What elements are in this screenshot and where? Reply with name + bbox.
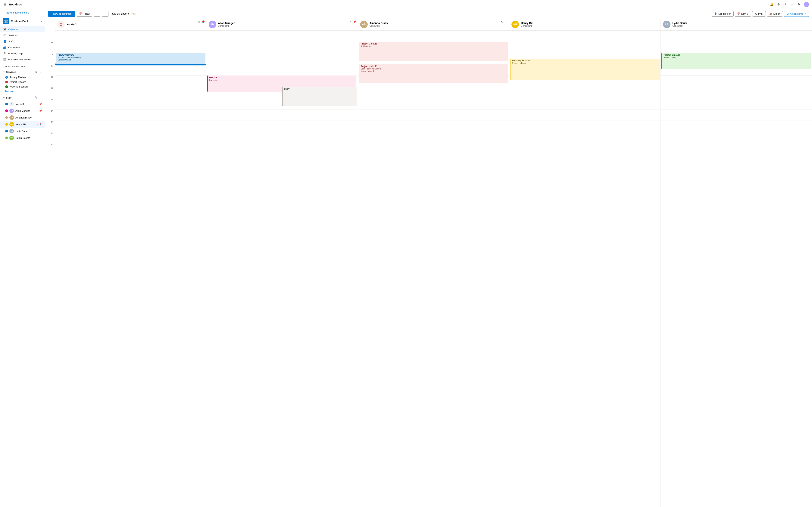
working-session-check: ✓ [5,86,8,88]
no-staff-pin-icon[interactable]: 📌 [39,103,42,105]
staff-item-no-staff[interactable]: ⊗ No staff 📌 [0,101,45,107]
emoji-icon[interactable]: ☺ [790,3,794,6]
action-items-button[interactable]: ☑ Action items ✓ [784,11,809,17]
services-more-icon[interactable]: ··· [39,70,42,74]
allan-munger-pin-icon[interactable]: 📌 [39,109,42,112]
hr-hb-8 [509,42,660,53]
event-project-closure-ab[interactable]: Project Closure Katri Ahokas [359,42,508,61]
lydia-bauer-avatar: LB [9,129,14,133]
allan-munger-pin-button[interactable]: 📌 [353,20,356,23]
lydia-bauer-header-role: Consultant [672,24,688,27]
event-project-kickoff-ab[interactable]: Project Kickoff Conf Room Yelahanka Care… [359,64,508,83]
event-project-closure-lb[interactable]: Project Closure Albert Dudley [661,53,811,69]
henry-bill-more-icon[interactable]: ··· [37,123,38,126]
waffle-icon[interactable]: ⊞ [3,3,7,6]
sidebar-item-customers[interactable]: 👥 Customers [0,44,45,50]
time-cell-11: 11 [45,76,55,87]
amanda-brady-check [5,116,8,119]
allan-munger-label: Allan Munger [15,109,38,112]
col-body-lydia-bauer: Project Closure Albert Dudley [661,31,812,507]
col-body-no-staff: Privacy Review Microsoft Teams Meeting C… [55,31,206,507]
no-staff-label: No staff [15,103,38,106]
day-view-button[interactable]: 📅 Day ∨ [735,11,751,16]
staff-item-allan-munger[interactable]: AM Allan Munger 📌 [0,107,45,114]
services-filter-actions: 🔍 ··· [34,70,42,74]
hr-lb-14 [661,109,812,121]
amanda-brady-close-button[interactable]: ✕ [501,20,503,23]
henry-bill-avatar: HB [9,122,14,126]
booking-page-nav-icon: 🖥 [3,52,6,55]
staff-search-icon[interactable]: 🔍 [34,96,38,100]
sidebar-item-booking-page[interactable]: 🖥 Booking page [0,50,45,56]
prev-arrow-button[interactable]: ← [94,11,100,16]
weather-icon[interactable]: ⛅ [132,12,136,16]
event-project-kickoff-ab-title: Project Kickoff [361,65,507,68]
new-appointment-button[interactable]: + New appointment [48,11,75,17]
staff-item-lydia-bauer[interactable]: LB Lydia Bauer [0,128,45,134]
allan-munger-close-button[interactable]: ✕ [349,20,352,23]
staff-chevron-down-icon: ▼ [3,97,5,99]
event-busy-am[interactable]: Busy [282,87,357,106]
export-icon: 📤 [769,12,772,15]
flag-icon[interactable]: ⚑ [797,3,801,6]
staff-nav-icon: 👤 [3,40,6,43]
next-arrow-button[interactable]: → [102,11,108,16]
filter-item-project-closure[interactable]: ✓ Project Closure [0,79,45,84]
event-privacy-review-sub2: Carole Poland [58,59,204,61]
services-search-icon[interactable]: 🔍 [34,70,38,74]
no-staff-close-button[interactable]: ✕ [198,20,200,23]
event-working-session-am-title: Workin... [209,76,355,79]
hr-am-15 [206,121,358,132]
event-busy-am-title: Busy [284,88,356,90]
filter-item-working-session[interactable]: ✓ Working Session [0,84,45,89]
services-filter-header[interactable]: ▼ Services 🔍 ··· [0,69,45,75]
sidebar-item-business-info[interactable]: 🏢 Business information [0,56,45,62]
today-button[interactable]: 📅 Today [77,11,92,16]
toolbar: + New appointment 📅 Today ← → July 15, 2… [45,9,812,19]
org-header[interactable]: 🏦 Contoso Bank ∨ [0,16,45,26]
user-avatar[interactable]: U [804,2,809,7]
henry-bill-label: Henry Bill [15,123,35,126]
hr-lb-12 [661,87,812,98]
hr-ab-13 [358,98,509,109]
sidebar-item-staff[interactable]: 👤 Staff [0,38,45,44]
staff-filter-header[interactable]: ▼ Staff 🔍 ··· [0,95,45,101]
event-privacy-review-title: Privacy Review [58,54,204,56]
print-button[interactable]: 🖨 Print [752,11,766,16]
hr-lb-7 [661,31,812,42]
sidebar-item-booking-page-label: Booking page [8,52,23,55]
staff-item-henry-bill[interactable]: HB Henry Bill ··· 📍 [0,121,45,128]
content-area: + New appointment 📅 Today ← → July 15, 2… [45,9,812,507]
no-staff-avatar: ⊗ [9,102,14,106]
settings-icon[interactable]: ⚙ [777,3,780,6]
lydia-bauer-check [5,130,8,132]
event-working-session-hb[interactable]: Working Session Reyna Holman [510,59,660,80]
time-cell-14: 14 [45,110,55,121]
sidebar-item-services[interactable]: 🏷 Services [0,32,45,38]
notification-icon[interactable]: 🔔 [770,3,774,6]
sidebar-item-calendar-label: Calendar [8,28,18,31]
services-nav-icon: 🏷 [3,34,6,37]
date-label[interactable]: July 15, 2020 ∨ [110,12,131,15]
event-privacy-review-sub1: Microsoft Teams Meeting [58,56,204,59]
hr-am-7 [206,31,358,42]
export-button[interactable]: 📤 Export [767,11,783,16]
manage-link[interactable]: Manage [0,89,45,93]
no-staff-pin-button[interactable]: 📌 [202,20,205,23]
staff-item-amanda-brady[interactable]: AB Amanda Brady [0,114,45,121]
robin-counts-avatar: RC [9,135,14,140]
staff-filter: ▼ Staff 🔍 ··· ⊗ No staff 📌 [0,94,45,142]
add-time-off-button[interactable]: 👤 Add time off [712,11,733,16]
back-link[interactable]: ← Back to all calendars [0,9,45,16]
lydia-bauer-header-avatar: LB [663,21,670,28]
help-icon[interactable]: ? [783,3,787,6]
staff-more-icon[interactable]: ··· [39,96,42,100]
henry-bill-pin-icon[interactable]: 📍 [39,123,42,126]
staff-item-robin-counts[interactable]: RC Robin Counts [0,134,45,141]
filter-item-privacy-review[interactable]: ✓ Privacy Review [0,75,45,79]
sidebar-item-calendar[interactable]: 📅 Calendar [0,26,45,32]
project-closure-check: ✓ [5,81,8,83]
hr-hb-12 [509,87,660,98]
sidebar-item-customers-label: Customers [8,46,20,49]
add-time-off-icon: 👤 [714,12,717,15]
